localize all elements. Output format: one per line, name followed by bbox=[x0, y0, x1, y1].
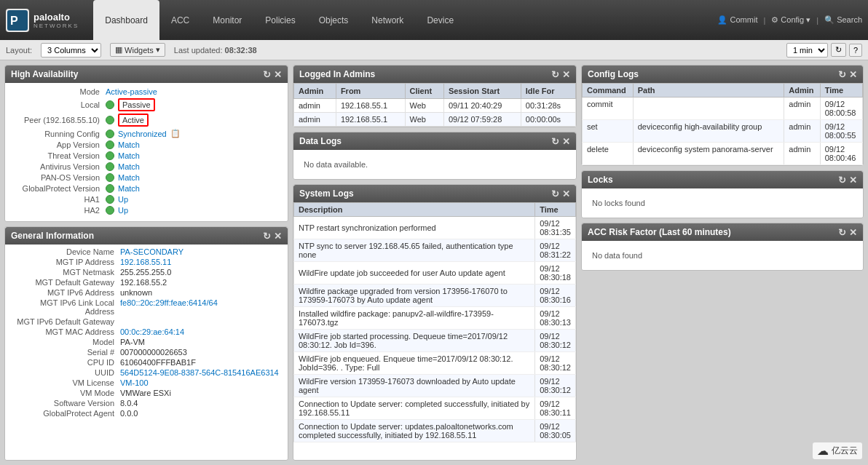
cl-body: Command Path Admin Time commitadmin09/12… bbox=[582, 83, 863, 165]
ha-app-link[interactable]: Match bbox=[118, 140, 140, 149]
gi-value-vm-mode: VMWare ESXi bbox=[120, 389, 171, 397]
acc-refresh-icon[interactable]: ↻ bbox=[838, 227, 846, 238]
ha-antivirus-link[interactable]: Match bbox=[118, 162, 140, 171]
gi-value-mac[interactable]: 00:0c:29:ae:64:14 bbox=[120, 327, 184, 336]
watermark-text: 亿云云 bbox=[832, 445, 858, 457]
ha-label-threat: Threat Version bbox=[11, 151, 106, 160]
gi-row-serial: Serial # 007000000026653 bbox=[11, 348, 282, 357]
cl-header-row: Command Path Admin Time bbox=[583, 84, 863, 98]
lia-idle-1: 00:31:28s bbox=[521, 99, 575, 113]
tab-policies[interactable]: Policies bbox=[253, 0, 307, 40]
main-content: High Availability ↻ ✕ Mode Active-passiv… bbox=[0, 60, 868, 465]
refresh-button[interactable]: ↻ bbox=[831, 43, 846, 57]
gi-label-mac: MGT MAC Address bbox=[11, 327, 120, 336]
ha-label-running: Running Config bbox=[11, 130, 106, 138]
ha-ha1-link[interactable]: Up bbox=[118, 195, 128, 204]
tab-monitor[interactable]: Monitor bbox=[201, 0, 253, 40]
interval-select[interactable]: 1 min bbox=[786, 43, 828, 57]
logo-icon: P bbox=[6, 9, 29, 32]
data-logs-panel: Data Logs ↻ ✕ No data available. bbox=[293, 132, 577, 180]
table-row: Installed wildfire package: panupv2-all-… bbox=[294, 307, 576, 330]
table-row: NTP restart synchronization performed09/… bbox=[294, 217, 576, 239]
lia-client-1: Web bbox=[405, 99, 443, 113]
tab-dashboard[interactable]: Dashboard bbox=[93, 0, 159, 40]
lia-refresh-icon[interactable]: ↻ bbox=[551, 69, 559, 80]
lia-header: Logged In Admins ↻ ✕ bbox=[293, 65, 576, 83]
ha-value-panos: Match bbox=[106, 173, 140, 182]
lia-col-admin: Admin bbox=[294, 84, 336, 99]
lia-close-icon[interactable]: ✕ bbox=[562, 69, 570, 80]
gi-row-device-name: Device Name PA-SECONDARY bbox=[11, 247, 282, 256]
widgets-button[interactable]: ▦ Widgets ▾ bbox=[110, 43, 165, 57]
gi-value-ipv6-link[interactable]: fe80::20c:29ff:feae:6414/64 bbox=[120, 298, 218, 307]
ha-app-dot bbox=[106, 140, 114, 149]
tab-acc[interactable]: ACC bbox=[159, 0, 201, 40]
ha-gp-link[interactable]: Match bbox=[118, 184, 140, 193]
ha-refresh-icon[interactable]: ↻ bbox=[263, 69, 271, 80]
commit-button[interactable]: 👤 Commit bbox=[717, 15, 757, 25]
config-button[interactable]: ⚙ Config ▾ bbox=[771, 15, 810, 25]
acc-close-icon[interactable]: ✕ bbox=[849, 227, 857, 238]
watermark: ☁ 亿云云 bbox=[813, 442, 862, 459]
help-button[interactable]: ? bbox=[849, 44, 862, 57]
locks-header: Locks ↻ ✕ bbox=[582, 171, 863, 188]
search-button[interactable]: 🔍 Search bbox=[824, 15, 862, 25]
ha-sync-icon: 📋 bbox=[170, 129, 181, 138]
ha-label-antivirus: Antivirus Version bbox=[11, 162, 106, 171]
acc-risk-panel: ACC Risk Factor (Last 60 minutes) ↻ ✕ No… bbox=[581, 223, 864, 271]
table-row: admin 192.168.55.1 Web 09/11 20:40:29 00… bbox=[294, 99, 576, 113]
ha-label-mode: Mode bbox=[11, 87, 106, 96]
locks-close-icon[interactable]: ✕ bbox=[849, 175, 857, 186]
gi-refresh-icon[interactable]: ↻ bbox=[263, 231, 271, 242]
ha-panos-link[interactable]: Match bbox=[118, 173, 140, 182]
gi-row-netmask: MGT Netmask 255.255.255.0 bbox=[11, 268, 282, 277]
layout-select[interactable]: 3 Columns bbox=[41, 43, 101, 57]
gi-row-ipv6: MGT IPv6 Address unknown bbox=[11, 288, 282, 297]
sl-close-icon[interactable]: ✕ bbox=[562, 188, 570, 199]
dl-close-icon[interactable]: ✕ bbox=[562, 136, 570, 147]
locks-refresh-icon[interactable]: ↻ bbox=[838, 175, 846, 186]
ha-label-panos: PAN-OS Version bbox=[11, 173, 106, 182]
gi-value-device-name[interactable]: PA-SECONDARY bbox=[120, 247, 184, 256]
toolbar: Layout: 3 Columns ▦ Widgets ▾ Last updat… bbox=[0, 40, 868, 60]
gi-header-icons: ↻ ✕ bbox=[263, 231, 282, 242]
ha-running-link[interactable]: Synchronized bbox=[118, 130, 167, 138]
ha-close-icon[interactable]: ✕ bbox=[274, 69, 282, 80]
gi-value-mgt-ip[interactable]: 192.168.55.11 bbox=[120, 258, 171, 266]
tab-network[interactable]: Network bbox=[360, 0, 415, 40]
gi-value-uuid[interactable]: 564D5124-9E08-8387-564C-815416AE6314 bbox=[120, 368, 279, 377]
ha-label-peer: Peer (192.168.55.10) bbox=[11, 116, 106, 124]
ha-mode-link[interactable]: Active-passive bbox=[106, 87, 157, 96]
tab-device[interactable]: Device bbox=[415, 0, 465, 40]
gi-row-uuid: UUID 564D5124-9E08-8387-564C-815416AE631… bbox=[11, 368, 282, 377]
gi-value-vm-license[interactable]: VM-100 bbox=[120, 378, 149, 387]
ha-value-peer: Active bbox=[106, 114, 149, 127]
logo-text: paloalto NETWORKS bbox=[33, 12, 79, 29]
locks-icons: ↻ ✕ bbox=[838, 175, 857, 186]
ha-ha2-link[interactable]: Up bbox=[118, 206, 128, 215]
gi-close-icon[interactable]: ✕ bbox=[274, 231, 282, 242]
ha-row-local: Local Passive bbox=[11, 98, 282, 111]
dl-refresh-icon[interactable]: ↻ bbox=[551, 136, 559, 147]
sl-col-time: Time bbox=[535, 203, 576, 217]
gi-row-ipv6-gw: MGT IPv6 Default Gateway bbox=[11, 317, 282, 326]
table-row: setdeviceconfig high-availability groupa… bbox=[583, 120, 863, 143]
cl-header: Config Logs ↻ ✕ bbox=[582, 65, 863, 83]
gi-label-vm-mode: VM Mode bbox=[11, 389, 120, 397]
cl-close-icon[interactable]: ✕ bbox=[849, 69, 857, 80]
ha-local-dot bbox=[106, 100, 114, 109]
cl-refresh-icon[interactable]: ↻ bbox=[838, 69, 846, 80]
lia-col-client: Client bbox=[405, 84, 443, 99]
gi-row-gateway: MGT Default Gateway 192.168.55.2 bbox=[11, 278, 282, 287]
lia-col-from: From bbox=[336, 84, 405, 99]
tab-objects[interactable]: Objects bbox=[307, 0, 360, 40]
gi-value-netmask: 255.255.255.0 bbox=[120, 268, 171, 277]
lia-header-row: Admin From Client Session Start Idle For bbox=[294, 84, 576, 99]
sl-refresh-icon[interactable]: ↻ bbox=[551, 188, 559, 199]
ha-threat-link[interactable]: Match bbox=[118, 151, 140, 160]
gi-label-cpu: CPU ID bbox=[11, 358, 120, 367]
ha-running-dot bbox=[106, 130, 114, 138]
ha-value-running: Synchronized 📋 bbox=[106, 129, 181, 138]
gi-row-sw-version: Software Version 8.0.4 bbox=[11, 399, 282, 408]
config-logs-panel: Config Logs ↻ ✕ Command Path Admin Time bbox=[581, 65, 864, 166]
